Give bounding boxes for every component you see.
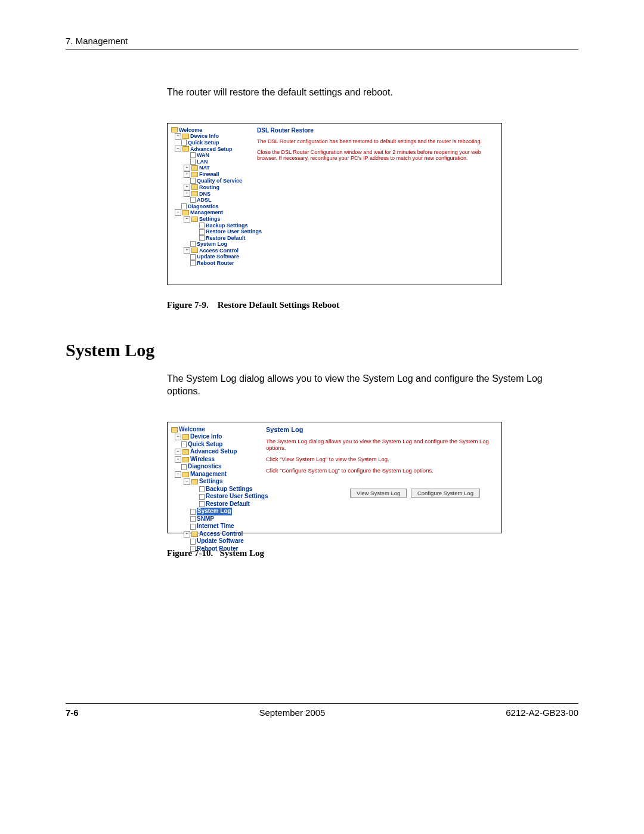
- page-icon: [199, 223, 205, 228]
- tree-device-info[interactable]: Device Info: [190, 433, 222, 441]
- tree-quick-setup[interactable]: Quick Setup: [188, 441, 222, 449]
- page-icon: [199, 486, 205, 492]
- tree-snmp[interactable]: SNMP: [197, 515, 214, 523]
- folder-open-icon: [171, 427, 178, 433]
- folder-icon: [191, 191, 198, 196]
- plus-icon[interactable]: +: [184, 184, 190, 190]
- page-icon: [190, 254, 196, 260]
- footer-rule: [66, 703, 578, 704]
- minus-icon[interactable]: −: [175, 209, 181, 216]
- tree-restore-default[interactable]: Restore Default: [206, 235, 246, 241]
- page-icon: [190, 197, 196, 203]
- folder-icon: [191, 248, 198, 253]
- page-icon: [190, 178, 196, 184]
- plus-icon[interactable]: +: [175, 434, 181, 440]
- tree-settings[interactable]: Settings: [199, 478, 222, 486]
- page-icon: [190, 159, 196, 165]
- folder-open-icon: [171, 127, 178, 132]
- tree-update-software[interactable]: Update Software: [197, 254, 239, 260]
- figure-7-9-caption: Figure 7-9. Restore Default Settings Reb…: [167, 300, 578, 310]
- tree-diagnostics[interactable]: Diagnostics: [188, 203, 218, 209]
- footer-doc-id: 6212-A2-GB23-00: [506, 708, 578, 718]
- plus-icon[interactable]: +: [175, 456, 181, 463]
- tree-routing[interactable]: Routing: [199, 184, 219, 190]
- content-title: DSL Router Restore: [257, 127, 496, 134]
- tree-update-software[interactable]: Update Software: [197, 538, 244, 545]
- configure-system-log-button[interactable]: Configure System Log: [411, 489, 480, 498]
- tree-device-info[interactable]: Device Info: [190, 133, 219, 139]
- page-icon: [190, 516, 196, 522]
- tree-advanced-setup[interactable]: Advanced Setup: [190, 448, 237, 456]
- folder-icon: [191, 532, 198, 537]
- plus-icon[interactable]: +: [175, 133, 181, 140]
- tree-access-control[interactable]: Access Control: [199, 248, 239, 254]
- folder-open-icon: [191, 217, 198, 222]
- tree-advanced-setup[interactable]: Advanced Setup: [190, 146, 233, 152]
- folder-open-icon: [182, 472, 189, 477]
- page-icon: [181, 203, 187, 209]
- tree-backup-settings[interactable]: Backup Settings: [206, 223, 248, 228]
- folder-icon: [182, 434, 189, 440]
- tree-restore-user[interactable]: Restore User Settings: [206, 493, 268, 501]
- tree-reboot-router[interactable]: Reboot Router: [197, 260, 234, 266]
- tree-management[interactable]: Management: [190, 209, 223, 215]
- plus-icon[interactable]: +: [184, 171, 190, 178]
- tree-welcome[interactable]: Welcome: [179, 426, 205, 434]
- content-line-1: The DSL Router configuration has been re…: [257, 138, 496, 144]
- folder-icon: [191, 172, 198, 177]
- minus-icon[interactable]: −: [175, 471, 181, 478]
- minus-icon[interactable]: −: [175, 146, 181, 152]
- plus-icon[interactable]: +: [175, 449, 181, 455]
- content-pane: System Log The System Log dialog allows …: [266, 426, 499, 498]
- page-footer: 7-6 September 2005 6212-A2-GB23-00: [66, 699, 578, 718]
- caption-label: Figure 7-9.: [167, 300, 209, 310]
- tree-reboot-router[interactable]: Reboot Router: [197, 545, 238, 553]
- content-line-1: The System Log dialog allows you to view…: [266, 438, 499, 451]
- tree-restore-user[interactable]: Restore User Settings: [206, 228, 262, 234]
- view-system-log-button[interactable]: View System Log: [350, 489, 407, 498]
- tree-adsl[interactable]: ADSL: [197, 197, 212, 203]
- page-icon: [190, 546, 196, 552]
- page-icon: [190, 152, 196, 158]
- tree-wireless[interactable]: Wireless: [190, 456, 215, 464]
- page-icon: [199, 501, 205, 507]
- tree-wan[interactable]: WAN: [197, 152, 209, 158]
- tree-system-log[interactable]: System Log: [197, 241, 227, 247]
- chapter-header: 7. Management: [66, 36, 578, 46]
- header-rule: [66, 50, 578, 50]
- caption-title: Restore Default Settings Reboot: [218, 300, 339, 310]
- section-heading-system-log: System Log: [66, 340, 578, 360]
- minus-icon[interactable]: −: [184, 478, 190, 485]
- content-title: System Log: [266, 426, 499, 433]
- page-icon: [190, 524, 196, 530]
- plus-icon[interactable]: +: [184, 247, 190, 254]
- tree-quick-setup[interactable]: Quick Setup: [188, 140, 219, 146]
- figure-7-9-screenshot: Welcome +Device Info Quick Setup −Advanc…: [167, 123, 502, 285]
- tree-firewall[interactable]: Firewall: [199, 171, 219, 177]
- folder-open-icon: [191, 479, 198, 484]
- tree-backup-settings[interactable]: Backup Settings: [206, 486, 252, 493]
- plus-icon[interactable]: +: [184, 531, 190, 538]
- tree-lan[interactable]: LAN: [197, 159, 208, 165]
- tree-welcome[interactable]: Welcome: [179, 127, 202, 133]
- tree-diagnostics[interactable]: Diagnostics: [188, 463, 222, 471]
- plus-icon[interactable]: +: [184, 190, 190, 197]
- tree-internet-time[interactable]: Internet Time: [197, 523, 234, 530]
- tree-settings[interactable]: Settings: [199, 216, 221, 222]
- section-paragraph: The System Log dialog allows you to view…: [167, 372, 578, 398]
- tree-access-control[interactable]: Access Control: [199, 530, 243, 538]
- page-icon: [190, 509, 196, 515]
- content-pane: DSL Router Restore The DSL Router config…: [257, 127, 496, 166]
- minus-icon[interactable]: −: [184, 216, 190, 223]
- tree-management[interactable]: Management: [190, 471, 227, 478]
- tree-system-log-selected[interactable]: System Log: [197, 508, 232, 515]
- tree-dns[interactable]: DNS: [199, 191, 210, 197]
- tree-qos[interactable]: Quality of Service: [197, 178, 242, 184]
- plus-icon[interactable]: +: [184, 165, 190, 171]
- footer-page-number: 7-6: [66, 708, 79, 718]
- tree-nat[interactable]: NAT: [199, 165, 210, 171]
- tree-restore-default[interactable]: Restore Default: [206, 501, 250, 508]
- folder-icon: [191, 184, 198, 190]
- content-line-3: Click "Configure System Log" to configur…: [266, 467, 499, 474]
- page-icon: [199, 235, 205, 241]
